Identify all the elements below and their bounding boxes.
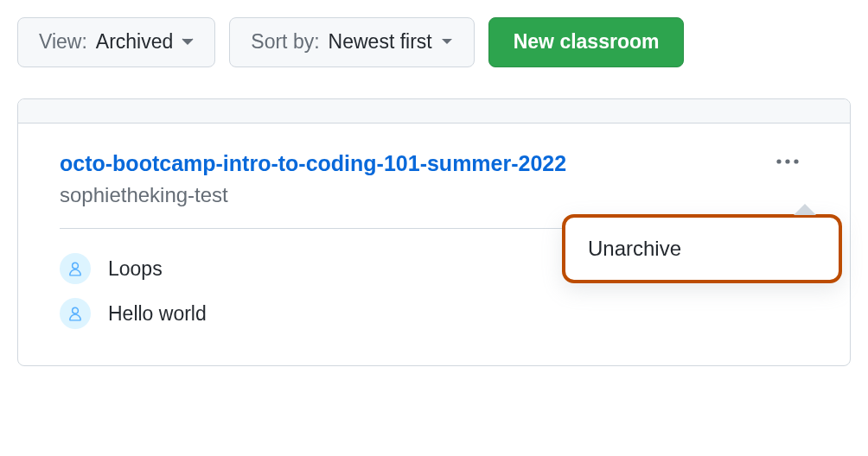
caret-down-icon bbox=[182, 38, 194, 46]
unarchive-menu-item[interactable]: Unarchive bbox=[565, 218, 839, 280]
view-filter-button[interactable]: View: Archived bbox=[17, 17, 215, 67]
org-name: sophietheking-test bbox=[60, 183, 566, 207]
kebab-dropdown: Unarchive bbox=[562, 214, 842, 283]
person-icon bbox=[60, 298, 91, 329]
view-value: Archived bbox=[96, 30, 173, 54]
svg-point-2 bbox=[794, 159, 798, 163]
caret-down-icon bbox=[441, 38, 453, 46]
page-root: View: Archived Sort by: Newest first New… bbox=[0, 0, 868, 456]
toolbar: View: Archived Sort by: Newest first New… bbox=[17, 17, 851, 67]
sort-filter-button[interactable]: Sort by: Newest first bbox=[229, 17, 474, 67]
svg-point-0 bbox=[776, 159, 781, 163]
list-item[interactable]: Hello world bbox=[60, 291, 808, 336]
new-classroom-label: New classroom bbox=[514, 30, 660, 54]
svg-point-1 bbox=[785, 159, 789, 163]
sort-label: Sort by: bbox=[251, 30, 319, 54]
kebab-icon bbox=[775, 158, 800, 165]
classroom-title-link[interactable]: octo-bootcamp-intro-to-coding-101-summer… bbox=[60, 151, 566, 175]
sort-value: Newest first bbox=[329, 30, 432, 54]
person-icon bbox=[60, 253, 91, 284]
assignment-name: Loops bbox=[108, 257, 163, 281]
title-row: octo-bootcamp-intro-to-coding-101-summer… bbox=[60, 149, 808, 208]
assignment-name: Hello world bbox=[108, 302, 207, 326]
view-label: View: bbox=[39, 30, 87, 54]
card-header-strip bbox=[18, 99, 850, 124]
new-classroom-button[interactable]: New classroom bbox=[488, 17, 685, 67]
title-block: octo-bootcamp-intro-to-coding-101-summer… bbox=[60, 149, 566, 208]
kebab-menu-button[interactable] bbox=[767, 149, 808, 174]
